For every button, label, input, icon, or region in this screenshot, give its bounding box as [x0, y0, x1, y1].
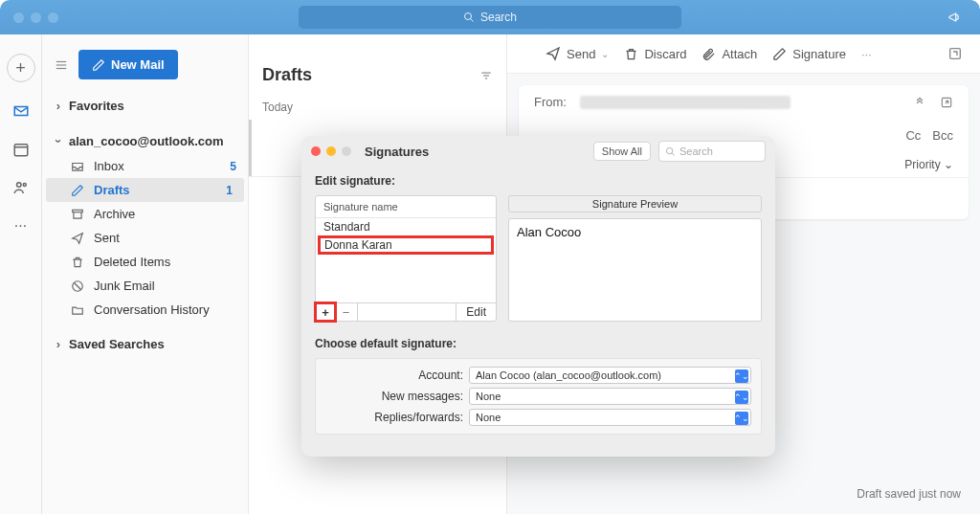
edit-signature-button[interactable]: Edit [456, 303, 496, 321]
new-messages-value: None [476, 391, 501, 402]
svg-line-11 [75, 282, 81, 289]
compose-toolbar: Send ⌄ Discard Attach Signature ··· [507, 34, 980, 74]
favorites-label: Favorites [69, 99, 124, 113]
drafts-icon [71, 184, 86, 197]
account-label: Account: [325, 369, 469, 382]
folder-inbox[interactable]: Inbox 5 [42, 154, 248, 178]
folder-label: Inbox [94, 159, 124, 173]
signature-icon [772, 47, 787, 61]
junk-icon [71, 279, 86, 293]
replies-forwards-select[interactable]: None ⌃⌄ [469, 409, 751, 426]
saved-searches-label: Saved Searches [69, 337, 165, 351]
folder-junk[interactable]: Junk Email [42, 274, 248, 298]
minimize-window[interactable] [31, 12, 41, 23]
folder-label: Deleted Items [94, 255, 170, 269]
compose-from-row: From: [519, 85, 969, 119]
account-header[interactable]: › alan_cocoo@outlook.com [42, 128, 248, 154]
sent-icon [71, 232, 86, 245]
folder-sent[interactable]: Sent [42, 226, 248, 250]
folder-label: Junk Email [94, 279, 155, 293]
favorites-header[interactable]: › Favorites [42, 93, 248, 119]
search-icon [463, 11, 475, 23]
announcement-icon[interactable] [947, 10, 963, 25]
signature-preview: Alan Cocoo [508, 218, 762, 322]
signatures-titlebar: Signatures Show All Search [301, 136, 775, 167]
signature-name-input[interactable]: Donna Karan [318, 235, 494, 255]
modal-zoom[interactable] [342, 146, 351, 156]
account-select-value: Alan Cocoo (alan_cocoo@outlook.com) [476, 369, 661, 381]
inbox-icon [71, 160, 86, 173]
priority-button[interactable]: Priority ⌄ [904, 158, 953, 171]
show-all-button[interactable]: Show All [593, 142, 651, 161]
folder-label: Drafts [94, 183, 130, 197]
remove-signature-button[interactable]: − [335, 303, 358, 321]
svg-point-4 [16, 183, 21, 188]
signatures-search[interactable]: Search [658, 141, 766, 162]
default-signature-label: Choose default signature: [315, 337, 762, 350]
rail-calendar-icon[interactable] [11, 140, 31, 159]
account-label: alan_cocoo@outlook.com [69, 134, 223, 148]
window-traffic-lights[interactable] [13, 12, 58, 23]
bcc-button[interactable]: Bcc [932, 128, 953, 143]
modal-minimize[interactable] [326, 146, 336, 156]
chevron-updown-icon: ⌃⌄ [735, 391, 748, 404]
chevron-right-icon: › [54, 99, 63, 113]
folder-deleted[interactable]: Deleted Items [42, 250, 248, 274]
signature-list: Signature name Standard Donna Karan + − … [315, 195, 497, 322]
attach-icon [702, 47, 716, 61]
signature-row-standard[interactable]: Standard [316, 218, 496, 235]
more-icon[interactable]: ··· [861, 47, 872, 61]
new-messages-select[interactable]: None ⌃⌄ [469, 388, 751, 405]
new-messages-label: New messages: [325, 390, 469, 403]
send-icon [546, 46, 561, 61]
folder-badge: 1 [226, 184, 233, 197]
new-mail-label: New Mail [111, 57, 165, 72]
folder-label: Conversation History [94, 302, 210, 317]
svg-point-0 [464, 13, 471, 20]
signature-label: Signature [792, 47, 846, 61]
chevron-down-icon: › [52, 137, 66, 146]
folder-drafts[interactable]: Drafts 1 [46, 178, 244, 202]
hamburger-icon[interactable] [54, 58, 69, 72]
discard-button[interactable]: Discard [624, 47, 686, 61]
archive-icon [71, 208, 86, 221]
add-signature-button[interactable]: + [314, 302, 337, 323]
svg-rect-9 [73, 210, 83, 212]
default-signature-panel: Account: Alan Cocoo (alan_cocoo@outlook.… [315, 358, 762, 435]
global-search[interactable]: Search [299, 6, 681, 29]
rail-more-icon[interactable]: ··· [11, 216, 31, 235]
svg-line-27 [672, 152, 675, 155]
open-external-icon[interactable] [940, 96, 953, 109]
folder-archive[interactable]: Archive [42, 202, 248, 226]
svg-point-26 [666, 147, 672, 153]
rail-new-button[interactable]: + [7, 54, 35, 82]
signature-preview-text: Alan Cocoo [517, 225, 581, 239]
chevron-down-icon: ⌄ [601, 49, 609, 59]
chevron-right-icon: › [54, 337, 63, 351]
filter-icon[interactable] [479, 69, 493, 82]
from-label: From: [534, 95, 580, 109]
collapse-icon[interactable] [913, 96, 926, 109]
list-group-today: Today [249, 95, 506, 120]
zoom-window[interactable] [48, 12, 58, 23]
trash-icon [624, 47, 638, 61]
folder-conversation-history[interactable]: Conversation History [42, 298, 248, 322]
rail-mail-icon[interactable] [11, 101, 31, 121]
new-mail-button[interactable]: New Mail [78, 50, 178, 79]
saved-searches-header[interactable]: › Saved Searches [42, 331, 248, 357]
rail-people-icon[interactable] [11, 178, 31, 197]
close-window[interactable] [13, 12, 24, 23]
trash-icon [71, 256, 86, 269]
modal-close[interactable] [311, 146, 321, 156]
folder-label: Sent [94, 231, 120, 245]
svg-rect-2 [14, 145, 28, 156]
modal-traffic-lights[interactable] [311, 146, 351, 156]
account-select[interactable]: Alan Cocoo (alan_cocoo@outlook.com) ⌃⌄ [469, 367, 751, 384]
app-rail: + ··· [0, 34, 42, 514]
signatures-title: Signatures [365, 145, 429, 159]
popout-icon[interactable] [947, 46, 963, 61]
signature-button[interactable]: Signature [772, 47, 846, 61]
send-button[interactable]: Send ⌄ [546, 46, 609, 61]
cc-button[interactable]: Cc [905, 128, 921, 143]
attach-button[interactable]: Attach [702, 47, 757, 61]
